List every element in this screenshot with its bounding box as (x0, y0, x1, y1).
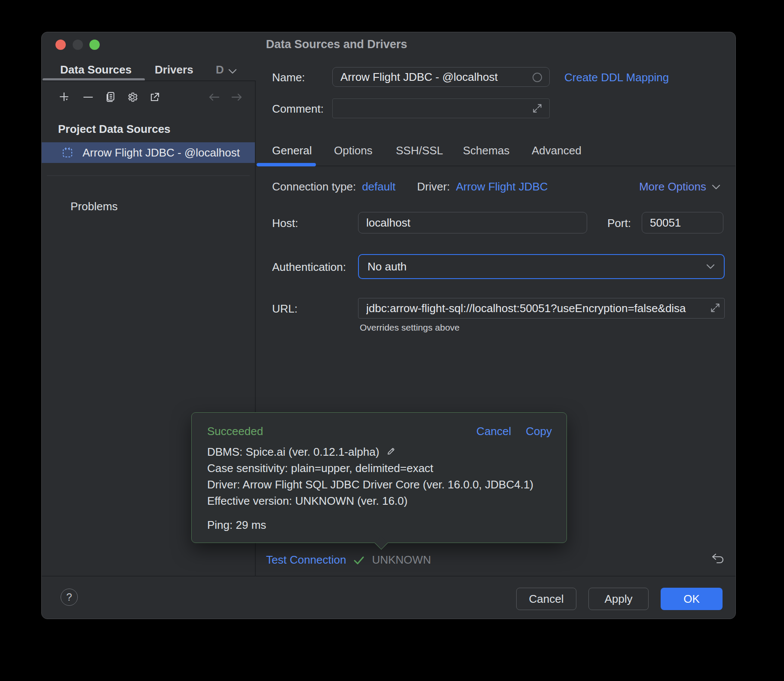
traffic-light-zoom[interactable] (89, 40, 100, 50)
data-sources-dialog: Data Sources and Drivers Data Sources Dr… (41, 32, 736, 619)
sidebar-header-divider (42, 80, 255, 81)
active-form-tab-indicator (257, 163, 316, 166)
authentication-value: No auth (368, 260, 706, 273)
port-label: Port: (607, 217, 631, 230)
name-input[interactable] (332, 67, 550, 87)
sidebar-divider (47, 175, 250, 176)
authentication-label: Authentication: (272, 261, 346, 274)
url-input[interactable] (358, 298, 725, 319)
url-hint: Overrides settings above (360, 322, 459, 333)
footer-divider (42, 576, 736, 577)
sidebar-item-problems[interactable]: Problems (70, 200, 118, 213)
tab-advanced[interactable]: Advanced (532, 144, 582, 157)
port-input[interactable] (642, 212, 723, 233)
tabs-divider (255, 166, 736, 166)
edit-pencil-icon[interactable] (386, 447, 396, 457)
data-source-list-item[interactable]: Arrow Flight JDBC - @localhost (42, 142, 255, 163)
comment-input[interactable] (332, 98, 550, 118)
connection-status-value: UNKNOWN (372, 553, 431, 567)
expand-comment-icon[interactable] (531, 102, 544, 115)
open-in-window-icon[interactable] (148, 91, 161, 104)
back-arrow-icon[interactable] (208, 91, 220, 104)
help-label: ? (66, 591, 72, 603)
connection-type-label: Connection type: (272, 180, 356, 193)
undo-icon[interactable] (710, 552, 725, 566)
more-options-label: More Options (639, 180, 706, 193)
gear-icon[interactable] (126, 91, 139, 104)
tab-data-sources[interactable]: Data Sources (60, 63, 132, 77)
data-source-label: Arrow Flight JDBC - @localhost (83, 146, 240, 160)
tab-drivers[interactable]: Drivers (155, 63, 193, 77)
name-label: Name: (272, 71, 305, 84)
project-data-sources-header: Project Data Sources (58, 123, 171, 136)
create-ddl-mapping-link[interactable]: Create DDL Mapping (564, 71, 669, 84)
url-label: URL: (272, 302, 297, 316)
refresh-spinner-icon (532, 72, 543, 83)
expand-url-icon[interactable] (709, 301, 722, 314)
effective-version-line: Effective version: UNKNOWN (ver. 16.0) (207, 493, 533, 509)
help-button[interactable]: ? (61, 589, 78, 606)
tab-overflow-chevron-icon[interactable] (227, 67, 238, 75)
add-button[interactable] (58, 91, 71, 104)
authentication-select[interactable]: No auth (358, 254, 725, 279)
remove-button[interactable] (82, 91, 95, 104)
window-title: Data Sources and Drivers (214, 38, 459, 51)
test-connection-popup: Succeeded Cancel Copy DBMS: Spice.ai (ve… (191, 412, 567, 543)
forward-arrow-icon[interactable] (230, 91, 243, 104)
host-label: Host: (272, 217, 298, 230)
duplicate-button[interactable] (104, 91, 117, 104)
test-connection-link[interactable]: Test Connection (266, 553, 346, 567)
traffic-light-minimize[interactable] (73, 40, 83, 50)
more-options-button[interactable]: More Options (639, 180, 721, 193)
chevron-down-icon (706, 263, 715, 270)
host-input[interactable] (358, 212, 587, 233)
test-status: Succeeded (207, 425, 263, 438)
apply-button[interactable]: Apply (588, 588, 649, 610)
check-icon (353, 555, 365, 565)
driver-value-link[interactable]: Arrow Flight JDBC (456, 180, 548, 193)
case-sensitivity-line: Case sensitivity: plain=upper, delimited… (207, 460, 533, 476)
popup-cancel-link[interactable]: Cancel (476, 425, 511, 438)
cancel-button[interactable]: Cancel (516, 588, 576, 610)
comment-label: Comment: (272, 102, 324, 116)
tab-schemas[interactable]: Schemas (463, 144, 509, 157)
tab-general[interactable]: General (272, 144, 312, 157)
tab-options[interactable]: Options (334, 144, 373, 157)
popup-copy-link[interactable]: Copy (526, 425, 552, 438)
connection-type-value[interactable]: default (362, 180, 395, 193)
chevron-down-icon (711, 184, 721, 190)
tab-ssh-ssl[interactable]: SSH/SSL (396, 144, 443, 157)
popup-pointer (374, 536, 388, 549)
driver-label: Driver: (417, 180, 450, 193)
tab-ddl-truncated[interactable]: D (216, 63, 224, 77)
database-icon (62, 147, 73, 158)
driver-line: Driver: Arrow Flight SQL JDBC Driver Cor… (207, 476, 533, 493)
traffic-light-close[interactable] (55, 40, 66, 50)
ok-button[interactable]: OK (661, 588, 723, 610)
dbms-line: DBMS: Spice.ai (ver. 0.12.1-alpha) (207, 444, 533, 460)
ping-line: Ping: 29 ms (207, 518, 266, 532)
